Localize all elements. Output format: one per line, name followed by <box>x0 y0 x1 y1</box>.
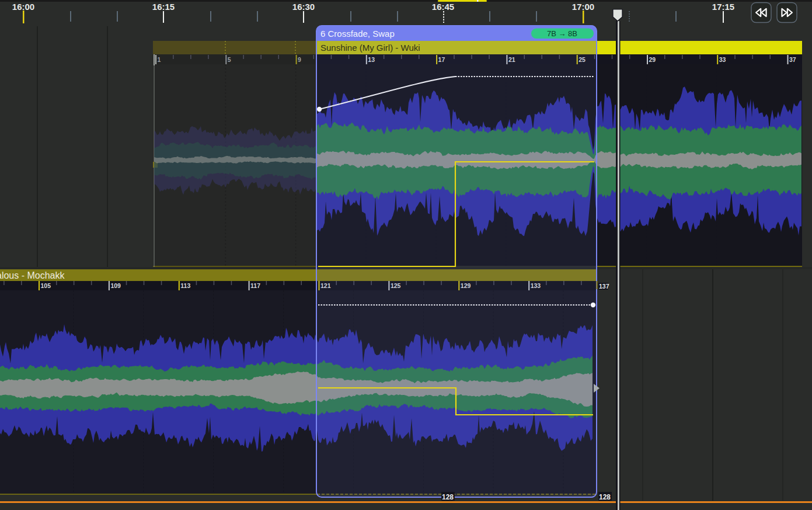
svg-text:113: 113 <box>180 282 190 289</box>
svg-text:6 Crossfade, Swap: 6 Crossfade, Swap <box>320 29 395 39</box>
svg-text:137: 137 <box>599 283 609 290</box>
svg-text:128: 128 <box>442 493 454 501</box>
svg-text:16:15: 16:15 <box>152 2 175 12</box>
svg-text:16:00: 16:00 <box>12 2 34 12</box>
svg-text:5: 5 <box>228 56 231 63</box>
svg-text:16:30: 16:30 <box>292 2 315 12</box>
svg-text:33: 33 <box>719 56 726 63</box>
svg-text:17:15: 17:15 <box>712 2 734 12</box>
svg-text:128: 128 <box>599 493 611 501</box>
svg-text:29: 29 <box>649 56 656 63</box>
svg-text:1: 1 <box>158 56 161 63</box>
svg-text:109: 109 <box>110 282 121 289</box>
svg-text:9: 9 <box>298 56 301 63</box>
svg-text:7B → 8B: 7B → 8B <box>547 29 577 38</box>
svg-text:17:00: 17:00 <box>572 2 594 12</box>
svg-text:117: 117 <box>250 282 260 289</box>
svg-text:alous - Mochakk: alous - Mochakk <box>0 270 65 280</box>
svg-text:105: 105 <box>41 282 51 289</box>
svg-text:37: 37 <box>789 56 796 63</box>
svg-text:16:45: 16:45 <box>432 2 454 12</box>
